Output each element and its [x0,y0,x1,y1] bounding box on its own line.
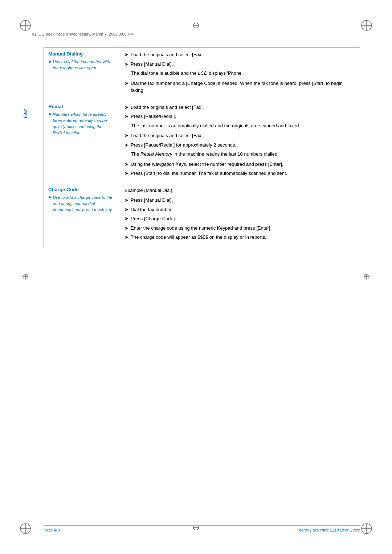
step-text: Load the originals and select [Fax]. [131,104,355,111]
charge-code-left: Charge Code ● Use to add a charge code t… [44,183,120,247]
arrow-icon: ➤ [124,61,128,68]
step-text: Press [Manual Dial]. [131,61,355,68]
corner-mark-br [360,522,373,535]
bullet-icon: ● [48,194,51,213]
step-text: Press [Pause/Redial]. [131,113,355,120]
charge-code-note: ● Use to add a charge code to the end of… [48,194,115,213]
step-item: ➤ Press [Manual Dial]. [124,197,355,204]
charge-code-right: Example (Manual Dial). ➤ Press [Manual D… [120,183,360,247]
arrow-icon: ➤ [124,113,128,120]
step-text: Press [Charge Code]. [131,215,355,222]
arrow-icon: ➤ [124,132,128,139]
manual-dialing-note-text: Use to dial the fax number with the tele… [53,59,115,71]
left-center-mark [22,273,29,281]
arrow-icon: ➤ [124,225,128,232]
manual-dialing-steps: ➤ Load the originals and select [Fax]. ➤… [124,51,355,96]
manual-dialing-row: Manual Dialing ● Use to dial the fax num… [44,48,360,100]
charge-code-title: Charge Code [48,187,115,192]
content-table: Manual Dialing ● Use to dial the fax num… [44,47,360,247]
example-text: Example (Manual Dial). [124,187,355,194]
step-item: ➤ Enter the charge code using the numeri… [124,225,355,232]
redial-right: ➤ Load the originals and select [Fax]. ➤… [120,100,360,183]
arrow-icon: ➤ [124,215,128,222]
redial-note-text: Numbers which have already been entered … [53,111,115,136]
step-text: Press [Pause/Redial] for approximately 2… [131,141,355,149]
step-item: ➤ Load the originals and select [Fax]. [124,104,355,111]
redial-title: Redial [48,104,115,109]
step-item: ➤ Press [Pause/Redial] for approximately… [124,141,355,149]
redial-note: ● Numbers which have already been entere… [48,111,115,136]
arrow-icon: ➤ [124,161,128,168]
step-item: ➤ Dial the fax number and a [Charge Code… [124,80,355,94]
footer-page-number: Page 4-8 [44,528,60,532]
header-line: 01_UG.book Page 8 Wednesday, March 7, 20… [32,32,360,36]
step-text: Press [Start] to dial the number. The fa… [131,170,355,177]
arrow-icon: ➤ [124,206,128,213]
charge-code-note-text: Use to add a charge code to the end of a… [53,194,115,213]
step-text: Enter the charge code using the numeric … [131,225,355,232]
step-item: ➤ Press [Start] to dial the number. The … [124,170,355,177]
note-text: The last number is automatically dialled… [131,122,355,130]
arrow-icon: ➤ [124,80,128,94]
step-text: Load the originals and select [Fax]. [131,132,355,139]
footer: Page 4-8 Xerox FaxCentre 2218 User Guide [44,525,360,532]
redial-left: Redial ● Numbers which have already been… [44,100,120,183]
arrow-icon: ➤ [124,141,128,149]
top-center-mark [192,22,200,30]
corner-mark-bl [19,522,32,535]
manual-dialing-right: ➤ Load the originals and select [Fax]. ➤… [120,48,360,100]
charge-code-row: Charge Code ● Use to add a charge code t… [44,183,360,247]
page-wrapper: 01_UG.book Page 8 Wednesday, March 7, 20… [0,0,392,554]
redial-steps: ➤ Load the originals and select [Fax]. ➤… [124,104,355,179]
corner-mark-tr [360,19,373,32]
step-item: ➤ Load the originals and select [Fax]. [124,51,355,58]
step-text: The charge code will appear as $$$$ on t… [131,234,355,241]
arrow-icon: ➤ [124,234,128,241]
corner-mark-tl [19,19,32,32]
bullet-icon: ● [48,58,51,71]
step-item: ➤ Press [Pause/Redial]. [124,113,355,120]
arrow-icon: ➤ [124,51,128,58]
note-text: The dial tone is audible and the LCD dis… [131,70,355,77]
step-text: Load the originals and select [Fax]. [131,51,355,58]
manual-dialing-note: ● Use to dial the fax number with the te… [48,59,115,71]
note-text: The Redial Memory in the machine retains… [131,151,355,158]
redial-row: Redial ● Numbers which have already been… [44,100,360,183]
header-text: 01_UG.book Page 8 Wednesday, March 7, 20… [32,32,134,36]
charge-code-steps: Example (Manual Dial). ➤ Press [Manual D… [124,187,355,243]
step-item: ➤ Press [Charge Code]. [124,215,355,222]
arrow-icon: ➤ [124,170,128,177]
step-text: Dial the fax number. [131,206,355,213]
step-item: ➤ Using the Navigation Keys, select the … [124,161,355,168]
footer-guide-title: Xerox FaxCentre 2218 User Guide [299,528,360,532]
step-text: Dial the fax number and a [Charge Code] … [131,80,355,94]
step-text: Using the Navigation Keys, select the nu… [131,161,355,168]
step-item: ➤ Press [Manual Dial]. [124,61,355,68]
step-item: ➤ Load the originals and select [Fax]. [124,132,355,139]
main-content: Manual Dialing ● Use to dial the fax num… [44,47,360,510]
bullet-icon: ● [48,111,51,136]
manual-dialing-left: Manual Dialing ● Use to dial the fax num… [44,48,120,100]
fax-side-label: Fax [23,109,28,118]
arrow-icon: ➤ [124,197,128,204]
manual-dialing-title: Manual Dialing [48,51,115,57]
arrow-icon: ➤ [124,104,128,111]
step-item: ➤ The charge code will appear as $$$$ on… [124,234,355,241]
step-item: ➤ Dial the fax number. [124,206,355,213]
right-center-mark [363,273,370,281]
step-text: Press [Manual Dial]. [131,197,355,204]
